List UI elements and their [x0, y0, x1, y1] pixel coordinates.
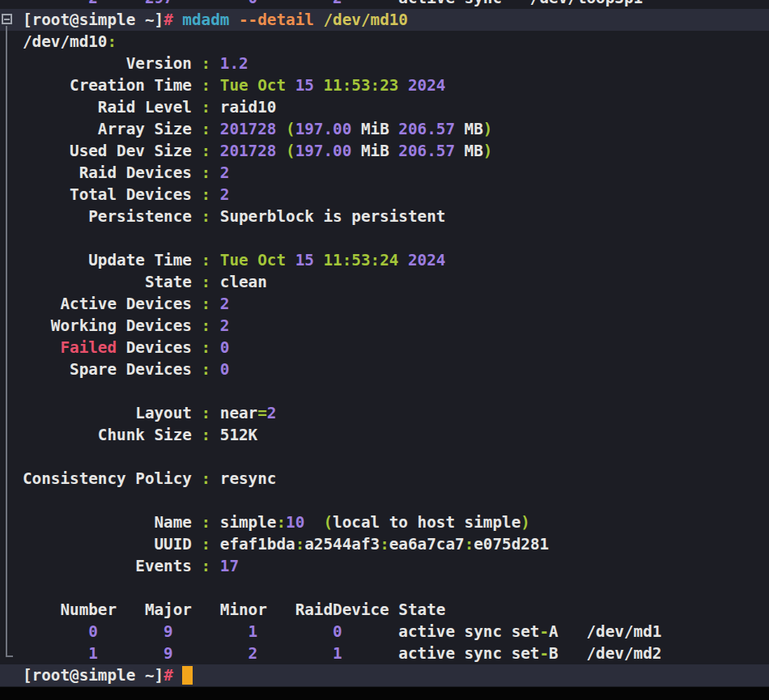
line-persistence: Persistence : Superblock is persistent	[0, 206, 769, 227]
text-segment: 0	[210, 338, 229, 357]
text-segment: #	[164, 11, 173, 29]
text-segment: /dev/md10	[23, 32, 107, 51]
text-segment: Working Devices	[23, 316, 202, 335]
text-segment: Persistence	[23, 207, 202, 226]
text-segment: Version	[23, 54, 202, 73]
text-segment: 0 9 1 0	[23, 622, 342, 641]
text-segment: #	[164, 666, 173, 685]
text-segment: Chunk Size	[23, 426, 202, 444]
line-spare-devices: Spare Devices : 0	[0, 358, 769, 380]
text-segment: MiB	[351, 142, 398, 160]
text-segment: ea6a7ca7	[389, 535, 465, 554]
text-segment: Total Devices	[23, 185, 202, 204]
text-segment: 15	[295, 251, 324, 269]
text-segment: Active Devices	[23, 295, 202, 313]
text-segment: :	[276, 513, 286, 532]
text-segment: 1.2	[210, 54, 248, 73]
text-segment: local to host simple	[333, 513, 520, 532]
line-total-devices: Total Devices : 2	[0, 184, 769, 206]
text-segment: simple	[210, 513, 276, 532]
blank-line	[0, 227, 769, 249]
text-segment: 197.00	[295, 120, 352, 138]
text-segment: 2024	[408, 76, 445, 95]
text-segment: MB	[455, 142, 483, 160]
terminal-window[interactable]: 2 297 0 2 active sync /dev/loop3p1[root@…	[0, 0, 769, 687]
text-segment: 206.57	[398, 120, 455, 138]
text-segment	[23, 338, 60, 357]
text-segment: Devices	[117, 338, 201, 357]
text-segment	[210, 120, 220, 138]
text-segment: 201728	[220, 120, 286, 138]
line-device-header: /dev/md10:	[0, 31, 769, 53]
text-segment: 2	[210, 185, 229, 204]
line-consistency-policy: Consistency Policy : resync	[0, 468, 769, 490]
line-array-size: Array Size : 201728 (197.00 MiB 206.57 M…	[0, 118, 769, 140]
stale-output-partial-line: 2 297 0 2 active sync /dev/loop3p1	[0, 0, 769, 9]
text-segment: :	[295, 535, 305, 554]
text-segment: active sync set	[342, 622, 540, 641]
text-segment: efaf1bda	[210, 535, 295, 554]
text-segment: Raid Level	[23, 98, 202, 117]
text-segment: 512K	[210, 426, 257, 444]
line-chunk-size: Chunk Size : 512K	[0, 424, 769, 446]
text-segment: Spare Devices	[23, 360, 202, 379]
text-segment: [root@simple ~]	[23, 666, 164, 685]
text-segment	[173, 666, 183, 685]
text-segment: active sync /dev/loop3p1	[342, 0, 643, 7]
text-segment: :	[202, 98, 211, 117]
text-segment: 17	[210, 557, 239, 575]
blank-line	[0, 577, 769, 599]
text-segment: :	[380, 535, 389, 554]
text-segment: 15	[295, 76, 324, 95]
line-version: Version : 1.2	[0, 53, 769, 74]
text-segment: MB	[455, 120, 483, 138]
text-segment: Array Size	[23, 120, 202, 138]
text-segment: 1 9 2 1	[23, 644, 342, 663]
text-segment: 201728	[220, 142, 286, 160]
text-segment: 11:53:23	[323, 76, 407, 95]
text-segment: Number Major Minor RaidDevice State	[23, 600, 445, 619]
text-segment: Update Time	[23, 251, 202, 269]
text-segment: near	[210, 404, 257, 422]
fold-collapse-icon[interactable]	[2, 14, 12, 24]
text-segment: resync	[210, 469, 276, 488]
line-uuid: UUID : efaf1bda:a2544af3:ea6a7ca7:e075d2…	[0, 533, 769, 555]
text-segment: 2	[210, 295, 229, 313]
text-segment: Raid Devices	[23, 163, 202, 182]
terminal-cursor[interactable]	[182, 666, 193, 685]
text-segment: :	[202, 295, 211, 313]
text-segment: mdadm	[173, 11, 230, 29]
text-segment: :	[202, 273, 211, 291]
blank-line	[0, 490, 769, 511]
text-segment: Layout	[23, 404, 202, 422]
text-segment: :	[202, 142, 211, 160]
line-used-dev-size: Used Dev Size : 201728 (197.00 MiB 206.5…	[0, 140, 769, 162]
text-segment: raid10	[210, 98, 276, 117]
text-segment: Failed	[60, 338, 117, 357]
text-segment: :	[202, 426, 211, 444]
text-segment: [root@simple ~]	[23, 11, 164, 29]
text-segment: :	[202, 207, 211, 226]
text-segment: :	[202, 513, 211, 532]
text-segment: :	[202, 404, 211, 422]
text-segment: :	[202, 469, 211, 488]
line-table-header: Number Major Minor RaidDevice State	[0, 599, 769, 621]
terminal-lines: 2 297 0 2 active sync /dev/loop3p1[root@…	[0, 0, 769, 686]
prompt-line-command: [root@simple ~]# mdadm --detail /dev/md1…	[0, 9, 769, 31]
text-segment: -	[539, 622, 549, 641]
blank-line	[0, 380, 769, 402]
text-segment: 2	[210, 163, 229, 182]
text-segment: (	[286, 142, 295, 160]
line-creation-time: Creation Time : Tue Oct 15 11:53:23 2024	[0, 74, 769, 96]
text-segment: MiB	[351, 120, 398, 138]
line-table-row-1: 1 9 2 1 active sync set-B /dev/md2	[0, 643, 769, 664]
line-table-row-0: 0 9 1 0 active sync set-A /dev/md1	[0, 621, 769, 643]
text-segment: =	[257, 404, 267, 422]
text-segment: 11:53:24	[323, 251, 407, 269]
text-segment: 2 297 0 2	[23, 0, 342, 7]
text-segment: (	[286, 120, 295, 138]
line-raid-devices: Raid Devices : 2	[0, 162, 769, 184]
minus-icon	[4, 19, 10, 20]
text-segment: 2	[267, 404, 277, 422]
text-segment: :	[202, 120, 211, 138]
